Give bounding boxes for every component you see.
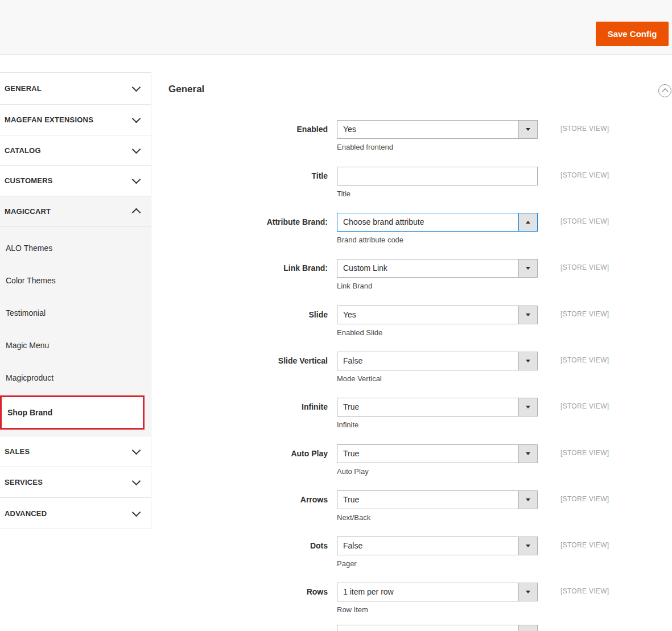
slide-vertical-select[interactable]: False <box>337 352 538 370</box>
caret-down-icon <box>526 314 530 316</box>
section-title-general: General <box>168 84 204 95</box>
dropdown-arrow-button[interactable] <box>518 259 537 277</box>
form-row-infinite: Infinite True [STORE VIEW] Infinite <box>0 398 672 443</box>
form-row-attribute-brand: Attribute Brand: Choose brand attribute … <box>0 213 672 258</box>
form-row-partial-next <box>0 625 672 631</box>
select-value: 1 item per row <box>337 583 518 601</box>
field-label: Auto Play <box>168 444 328 463</box>
field-comment: Title <box>337 189 351 198</box>
scope-label: [STORE VIEW] <box>560 402 609 410</box>
field-label: Link Brand: <box>168 259 328 278</box>
scope-label: [STORE VIEW] <box>560 495 609 503</box>
dropdown-arrow-button[interactable] <box>518 352 537 370</box>
save-config-button[interactable]: Save Config <box>596 22 669 46</box>
next-field-select[interactable] <box>337 625 538 631</box>
form-row-enabled: Enabled Yes [STORE VIEW] Enabled fronten… <box>0 120 672 166</box>
form-row-slide: Slide Yes [STORE VIEW] Enabled Slide <box>0 306 672 351</box>
form-row-title: Title [STORE VIEW] Title <box>0 167 672 212</box>
chevron-up-icon <box>662 88 668 94</box>
dropdown-arrow-button[interactable] <box>518 306 537 324</box>
scope-label: [STORE VIEW] <box>560 310 609 318</box>
form-row-rows: Rows 1 item per row [STORE VIEW] Row Ite… <box>0 583 672 628</box>
caret-down-icon <box>526 545 530 547</box>
dropdown-arrow-button[interactable] <box>518 583 537 601</box>
select-value: Yes <box>337 121 518 138</box>
field-comment: Mode Vertical <box>337 374 382 383</box>
sidebar-section-general[interactable]: GENERAL <box>0 73 151 105</box>
select-value: Yes <box>337 306 518 324</box>
scope-label: [STORE VIEW] <box>560 356 609 364</box>
caret-down-icon <box>526 591 530 593</box>
auto-play-select[interactable]: True <box>337 444 538 463</box>
select-value: Custom Link <box>337 259 518 277</box>
caret-down-icon <box>526 452 530 455</box>
sidebar-section-label: GENERAL <box>5 84 42 93</box>
scope-label: [STORE VIEW] <box>560 449 609 457</box>
scope-label: [STORE VIEW] <box>560 171 609 179</box>
field-label: Title <box>168 167 328 185</box>
field-label: Attribute Brand: <box>168 213 328 232</box>
field-comment: Link Brand <box>337 282 372 290</box>
field-label: Slide Vertical <box>168 352 328 370</box>
arrows-select[interactable]: True <box>337 490 538 509</box>
form-row-link-brand: Link Brand: Custom Link [STORE VIEW] Lin… <box>0 259 672 304</box>
dropdown-arrow-button[interactable] <box>518 398 537 416</box>
field-comment: Row Item <box>337 605 368 614</box>
field-label: Enabled <box>168 120 328 139</box>
scope-label: [STORE VIEW] <box>560 217 609 225</box>
scope-label: [STORE VIEW] <box>560 587 609 595</box>
collapse-section-button[interactable] <box>658 84 671 97</box>
select-value: False <box>337 537 518 555</box>
caret-down-icon <box>526 406 530 409</box>
field-label: Rows <box>168 583 328 601</box>
dropdown-arrow-button[interactable] <box>518 537 537 555</box>
dropdown-arrow-button[interactable] <box>518 213 537 231</box>
select-value: True <box>337 398 518 416</box>
caret-down-icon <box>526 360 530 362</box>
select-value: True <box>337 491 518 509</box>
link-brand-select[interactable]: Custom Link <box>337 259 538 278</box>
field-comment: Pager <box>337 559 357 568</box>
caret-up-icon <box>526 221 530 224</box>
field-comment: Brand attribute code <box>337 236 403 244</box>
chevron-down-icon <box>132 83 141 92</box>
select-value: False <box>337 352 518 370</box>
rows-select[interactable]: 1 item per row <box>337 583 538 601</box>
field-comment: Next/Back <box>337 513 370 522</box>
field-comment: Infinite <box>337 420 358 429</box>
form-row-auto-play: Auto Play True [STORE VIEW] Auto Play <box>0 444 672 490</box>
caret-down-icon <box>526 267 530 270</box>
field-label: Infinite <box>168 398 328 416</box>
select-value <box>337 625 518 631</box>
attribute-brand-select[interactable]: Choose brand attribute <box>337 213 538 232</box>
dropdown-arrow-button[interactable] <box>518 625 537 631</box>
dropdown-arrow-button[interactable] <box>518 121 537 138</box>
dots-select[interactable]: False <box>337 537 538 555</box>
field-label: Arrows <box>168 490 328 509</box>
scope-label: [STORE VIEW] <box>560 125 609 133</box>
form-row-arrows: Arrows True [STORE VIEW] Next/Back <box>0 490 672 536</box>
scope-label: [STORE VIEW] <box>560 263 609 271</box>
enabled-select[interactable]: Yes <box>337 120 538 139</box>
field-comment: Enabled frontend <box>337 143 393 151</box>
field-label: Dots <box>168 537 328 555</box>
title-input[interactable] <box>337 167 538 185</box>
field-comment: Auto Play <box>337 467 369 476</box>
field-label: Slide <box>168 306 328 324</box>
field-comment: Enabled Slide <box>337 328 382 337</box>
select-value: True <box>337 445 518 463</box>
form-row-slide-vertical: Slide Vertical False [STORE VIEW] Mode V… <box>0 352 672 397</box>
infinite-select[interactable]: True <box>337 398 538 416</box>
caret-down-icon <box>526 498 530 501</box>
select-value: Choose brand attribute <box>337 213 518 231</box>
form-row-dots: Dots False [STORE VIEW] Pager <box>0 537 672 582</box>
top-toolbar: Save Config <box>0 0 672 55</box>
slide-select[interactable]: Yes <box>337 306 538 324</box>
dropdown-arrow-button[interactable] <box>518 445 537 463</box>
caret-down-icon <box>526 128 530 131</box>
scope-label: [STORE VIEW] <box>560 541 609 549</box>
dropdown-arrow-button[interactable] <box>518 491 537 509</box>
